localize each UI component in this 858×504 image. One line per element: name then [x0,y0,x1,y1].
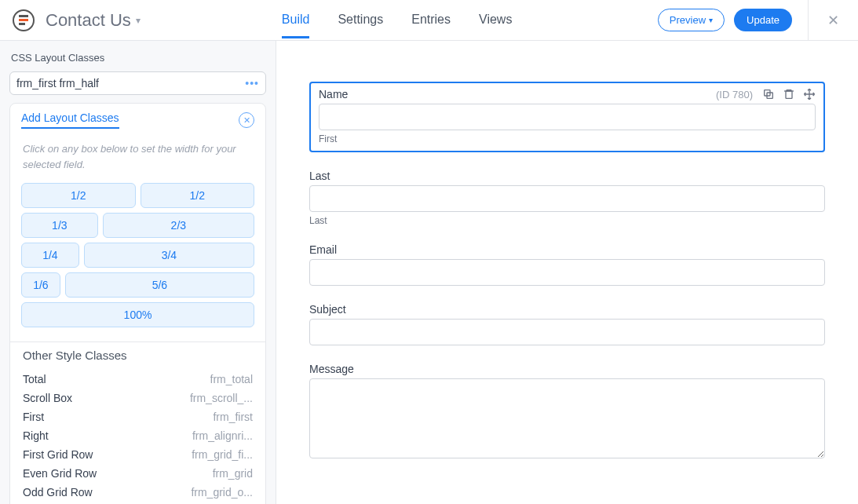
style-class-code: frm_grid [213,467,253,480]
field-label: Message [309,363,354,375]
update-button[interactable]: Update [734,9,792,31]
form-field[interactable]: LastLast [309,170,825,226]
panel-title: Add Layout Classes [21,111,119,129]
layout-option[interactable]: 2/3 [103,213,254,238]
layout-option[interactable]: 1/6 [21,272,60,298]
page-title[interactable]: Contact Us ▾ [46,10,141,31]
style-class-name: Total [23,373,46,385]
tab-build[interactable]: Build [282,2,310,38]
style-class-code: frm_scroll_... [190,392,253,404]
tab-settings[interactable]: Settings [338,2,383,38]
form-field[interactable]: Subject [309,303,825,345]
more-icon[interactable]: ••• [245,77,259,89]
style-class-code: frm_first [213,411,253,423]
chevron-down-icon: ▾ [136,15,141,26]
field-input[interactable] [309,319,825,345]
field-label: Name [319,88,348,100]
other-styles-title: Other Style Classes [23,349,253,362]
form-canvas: Name(ID 780)FirstLastLastEmailSubjectMes… [276,41,858,504]
sidebar: CSS Layout Classes ••• Add Layout Classe… [0,41,276,504]
style-class-code: frm_total [210,373,253,385]
style-class-name: Odd Grid Row [23,486,93,499]
style-class-name: First Grid Row [23,448,93,461]
field-input[interactable] [309,185,825,212]
topbar: Contact Us ▾ Build Settings Entries View… [0,0,858,41]
layout-option[interactable]: 100% [21,302,254,327]
css-input-wrap: ••• [9,71,266,95]
close-icon[interactable]: ✕ [821,9,845,32]
style-class-row[interactable]: Scroll Boxfrm_scroll_... [23,389,253,407]
style-class-code: frm_grid_fi... [192,448,253,461]
close-panel-icon[interactable]: ✕ [239,112,254,128]
style-class-row[interactable]: Odd Grid Rowfrm_grid_o... [23,483,253,502]
duplicate-icon[interactable] [762,88,775,100]
style-class-row[interactable]: First Grid Rowfrm_grid_fi... [23,445,253,464]
trash-icon[interactable] [783,88,795,100]
style-class-name: First [23,411,44,423]
field-input[interactable] [309,259,825,286]
style-class-name: Even Grid Row [23,467,97,480]
layout-option[interactable]: 1/2 [141,183,255,208]
field-sublabel: First [319,133,816,144]
field-label: Email [309,243,337,256]
style-class-row[interactable]: Even Grid Rowfrm_grid [23,464,253,483]
tab-views[interactable]: Views [479,2,512,38]
style-class-code: frm_grid_o... [191,486,253,499]
layout-option[interactable]: 1/2 [21,183,136,208]
style-class-code: frm_alignri... [192,429,253,442]
layout-option[interactable]: 1/3 [21,213,98,238]
topbar-actions: Preview ▾ Update ✕ [658,0,845,41]
layout-grid: 1/21/21/32/31/43/41/65/6100% [10,183,265,327]
field-id: (ID 780) [716,89,753,100]
field-sublabel: Last [309,215,825,226]
form-field[interactable]: Message [309,363,825,461]
main-tabs: Build Settings Entries Views [282,2,513,38]
layout-option[interactable]: 3/4 [84,243,254,268]
css-classes-input[interactable] [16,77,245,89]
field-label: Last [309,170,330,182]
style-class-row[interactable]: Rightfrm_alignri... [23,426,253,445]
style-class-name: Right [23,429,49,442]
tab-entries[interactable]: Entries [411,2,451,38]
preview-button[interactable]: Preview ▾ [658,9,725,31]
panel-hint: Click on any box below to set the width … [10,133,265,183]
chevron-down-icon: ▾ [709,16,713,24]
form-field[interactable]: Email [309,243,825,286]
divider [808,0,809,41]
field-input[interactable] [319,104,816,130]
layout-panel: Add Layout Classes ✕ Click on any box be… [9,103,266,504]
style-class-name: Scroll Box [23,392,72,404]
field-label: Subject [309,303,346,316]
style-class-row[interactable]: Firstfrm_first [23,407,253,426]
field-textarea[interactable] [309,378,825,458]
css-section-label: CSS Layout Classes [9,50,266,67]
layout-option[interactable]: 5/6 [65,272,254,298]
move-icon[interactable] [803,88,816,100]
style-class-row[interactable]: Totalfrm_total [23,370,253,389]
svg-rect-2 [786,91,792,98]
layout-option[interactable]: 1/4 [21,243,79,268]
form-field[interactable]: Name(ID 780)First [309,82,825,152]
app-logo [13,9,35,31]
